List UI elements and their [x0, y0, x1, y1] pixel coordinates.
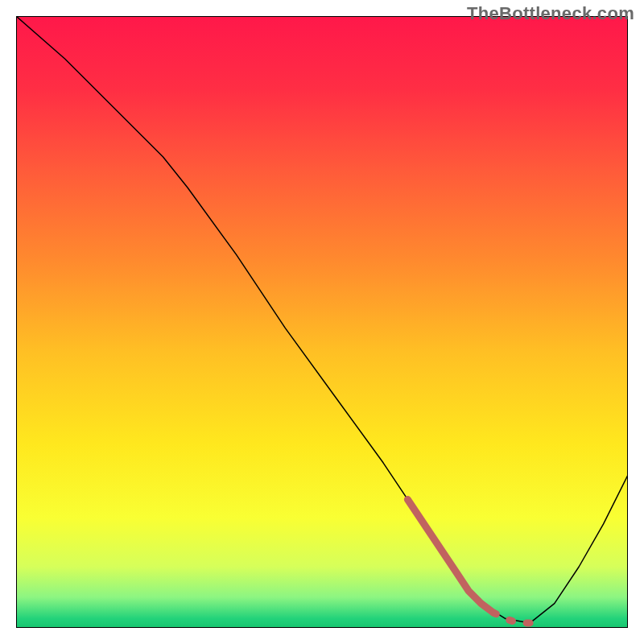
curve-main: [16, 16, 628, 623]
highlight-dashed: [493, 613, 530, 623]
plot-area: [16, 16, 628, 628]
plot-frame: [16, 16, 628, 628]
watermark-text: TheBottleneck.com: [467, 3, 634, 24]
chart-container: TheBottleneck.com: [0, 0, 644, 644]
chart-svg: [16, 16, 628, 628]
highlight-solid: [407, 499, 493, 613]
